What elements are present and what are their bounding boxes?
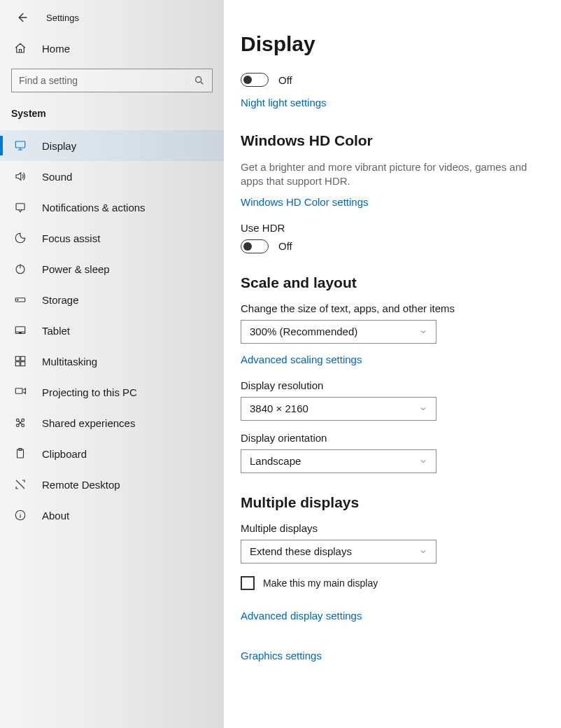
- sidebar-item-remote[interactable]: Remote Desktop: [0, 469, 224, 500]
- multi-select[interactable]: Extend these displays: [241, 540, 436, 564]
- back-arrow-icon[interactable]: [15, 11, 28, 24]
- svg-rect-7: [20, 332, 22, 333]
- sidebar-item-label: About: [42, 510, 69, 522]
- sidebar-item-label: Clipboard: [42, 448, 87, 460]
- svg-point-13: [16, 419, 19, 421]
- svg-rect-2: [16, 204, 24, 210]
- chevron-down-icon: [419, 457, 427, 465]
- sidebar-item-label: Shared experiences: [42, 417, 135, 429]
- multi-label: Multiple displays: [241, 522, 550, 534]
- sidebar-item-label: Sound: [42, 171, 72, 183]
- sidebar-item-focus[interactable]: Focus assist: [0, 223, 224, 253]
- section-header-system: System: [0, 102, 224, 130]
- sidebar-item-display[interactable]: Display: [0, 130, 224, 161]
- home-label: Home: [42, 43, 70, 55]
- sidebar-item-label: Remote Desktop: [42, 479, 120, 491]
- night-light-state: Off: [278, 74, 292, 86]
- resolution-select[interactable]: 3840 × 2160: [241, 397, 436, 421]
- notifications-icon: [14, 201, 27, 214]
- svg-rect-9: [21, 356, 25, 360]
- night-light-settings-link[interactable]: Night light settings: [241, 97, 327, 108]
- header-row: Settings: [0, 6, 224, 34]
- sidebar-item-multitask[interactable]: Multitasking: [0, 346, 224, 377]
- sidebar-item-power[interactable]: Power & sleep: [0, 253, 224, 284]
- display-icon: [14, 139, 27, 152]
- chevron-down-icon: [419, 547, 427, 556]
- hdr-toggle[interactable]: [241, 239, 269, 253]
- use-hdr-label: Use HDR: [241, 222, 550, 234]
- orientation-select[interactable]: Landscape: [241, 449, 436, 473]
- night-light-toggle[interactable]: [241, 73, 269, 87]
- advanced-display-link[interactable]: Advanced display settings: [241, 610, 550, 622]
- chevron-down-icon: [419, 328, 427, 336]
- sidebar-item-label: Multitasking: [42, 356, 97, 368]
- project-icon: [14, 386, 27, 398]
- svg-point-16: [22, 424, 24, 427]
- multitask-icon: [14, 355, 27, 368]
- multi-value: Extend these displays: [250, 545, 352, 557]
- search-box[interactable]: [11, 69, 213, 92]
- chevron-down-icon: [419, 405, 427, 413]
- sidebar-item-notifications[interactable]: Notifications & actions: [0, 192, 224, 223]
- sidebar-item-label: Tablet: [42, 325, 70, 337]
- hdcolor-heading: Windows HD Color: [241, 132, 550, 149]
- focus-icon: [14, 232, 27, 244]
- search-icon: [194, 75, 205, 86]
- page-title: Display: [241, 32, 550, 56]
- orientation-value: Landscape: [250, 455, 301, 467]
- multi-heading: Multiple displays: [241, 494, 550, 511]
- remote-icon: [14, 478, 27, 491]
- svg-rect-11: [21, 362, 25, 366]
- clipboard-icon: [14, 447, 27, 460]
- sound-icon: [14, 170, 27, 183]
- svg-rect-10: [15, 362, 20, 366]
- main-display-checkbox-label: Make this my main display: [263, 578, 378, 589]
- search-input[interactable]: [19, 75, 194, 86]
- sidebar-item-sound[interactable]: Sound: [0, 161, 224, 192]
- svg-point-15: [16, 424, 19, 427]
- storage-icon: [14, 293, 27, 306]
- svg-rect-1: [15, 141, 25, 148]
- bottom-links: Advanced display settings Graphics setti…: [241, 610, 550, 664]
- svg-point-0: [196, 77, 201, 83]
- main-display-checkbox[interactable]: [241, 576, 255, 590]
- hdcolor-settings-link[interactable]: Windows HD Color settings: [241, 196, 369, 208]
- scale-heading: Scale and layout: [241, 274, 550, 291]
- main-display-checkbox-row[interactable]: Make this my main display: [241, 576, 550, 590]
- sidebar-item-storage[interactable]: Storage: [0, 284, 224, 315]
- resolution-value: 3840 × 2160: [250, 402, 308, 414]
- text-size-value: 300% (Recommended): [250, 326, 357, 337]
- hdr-toggle-row: Off: [241, 239, 550, 253]
- home-nav[interactable]: Home: [0, 34, 224, 63]
- hdcolor-desc: Get a brighter and more vibrant picture …: [241, 160, 550, 189]
- nav-list: DisplaySoundNotifications & actionsFocus…: [0, 130, 224, 531]
- sidebar-item-about[interactable]: About: [0, 500, 224, 531]
- sidebar-item-tablet[interactable]: Tablet: [0, 315, 224, 346]
- power-icon: [14, 262, 27, 275]
- night-light-toggle-row: Off: [241, 73, 550, 87]
- about-icon: [14, 509, 27, 522]
- sidebar-item-label: Notifications & actions: [42, 202, 145, 214]
- hdr-state: Off: [278, 240, 292, 252]
- sidebar-item-project[interactable]: Projecting to this PC: [0, 377, 224, 407]
- orientation-label: Display orientation: [241, 432, 550, 444]
- settings-title: Settings: [46, 13, 79, 23]
- sidebar-item-clipboard[interactable]: Clipboard: [0, 438, 224, 469]
- sidebar-item-shared[interactable]: Shared experiences: [0, 407, 224, 438]
- sidebar-item-label: Projecting to this PC: [42, 386, 137, 398]
- resolution-label: Display resolution: [241, 379, 550, 391]
- sidebar: Settings Home System DisplaySoundNotific…: [0, 0, 224, 728]
- text-size-select[interactable]: 300% (Recommended): [241, 320, 436, 344]
- sidebar-item-label: Power & sleep: [42, 263, 110, 275]
- svg-rect-8: [15, 356, 20, 360]
- svg-point-14: [22, 419, 24, 421]
- svg-rect-12: [15, 388, 22, 394]
- graphics-settings-link[interactable]: Graphics settings: [241, 650, 550, 662]
- sidebar-item-label: Focus assist: [42, 232, 100, 244]
- advanced-scaling-link[interactable]: Advanced scaling settings: [241, 354, 362, 365]
- sidebar-item-label: Storage: [42, 294, 79, 306]
- svg-point-5: [17, 300, 18, 300]
- text-size-label: Change the size of text, apps, and other…: [241, 302, 550, 314]
- sidebar-item-label: Display: [42, 140, 76, 152]
- home-icon: [14, 42, 27, 55]
